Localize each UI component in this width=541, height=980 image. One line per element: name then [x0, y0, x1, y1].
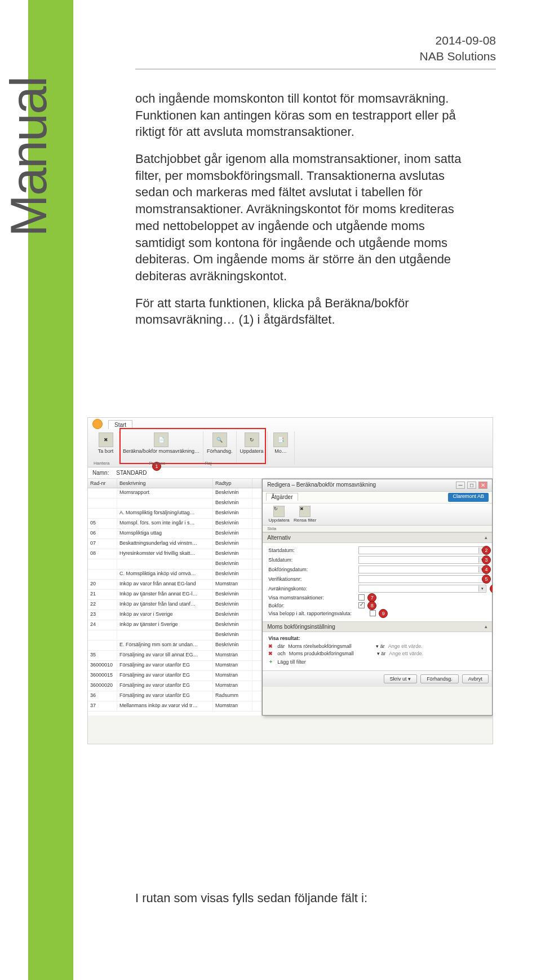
table-row[interactable]: C. Momspliktiga inköp vid omvä…Beskrivni…: [88, 570, 261, 580]
filter-2-value[interactable]: Ange ett värde.: [389, 651, 423, 656]
table-row[interactable]: MomsrapportBeskrivnin: [88, 488, 261, 498]
section-moms[interactable]: Moms bokföringsinställning: [263, 621, 492, 632]
lbl-slutdatum: Slutdatum:: [268, 557, 358, 563]
table-row[interactable]: 36000015Försäljning av varor utanför EGM…: [88, 671, 261, 681]
body-text: och ingående momskonton till kontot för …: [135, 90, 462, 338]
left-grid: Rad-nr Beskrivning Radtyp MomsrapportBes…: [88, 479, 262, 716]
dialog-footer: Skriv ut ▾ Förhandsg. Avbryt: [263, 670, 492, 687]
ribbon-group-raj: Raj: [205, 461, 211, 466]
clear-filter-icon: ✖: [299, 506, 311, 517]
input-bokforingsdatum[interactable]: ▾: [358, 566, 486, 573]
table-row[interactable]: 20Inköp av varor från annat EG-landMomst…: [88, 580, 261, 590]
dialog-tab[interactable]: Åtgärder: [266, 493, 298, 501]
callout-4: 4: [482, 565, 491, 574]
main-grid-area: Rad-nr Beskrivning Radtyp MomsrapportBes…: [88, 479, 493, 716]
input-slutdatum[interactable]: ▾: [358, 556, 486, 564]
grid-header: Rad-nr Beskrivning Radtyp: [88, 479, 261, 488]
table-row[interactable]: 08Hyresinkomster vid frivillig skatt…Bes…: [88, 549, 261, 559]
btn-skriv-ut[interactable]: Skriv ut ▾: [384, 674, 418, 683]
callout-6: 6: [490, 584, 493, 593]
company-badge: Claremont AB: [448, 493, 489, 502]
check-bokfor[interactable]: [358, 602, 365, 608]
table-row[interactable]: 37Mellanmans inköp av varor vid tr…Momst…: [88, 701, 261, 712]
lbl-visa-momstrans: Visa momstransaktioner:: [268, 595, 358, 601]
lbl-bokfor: Bokför:: [268, 603, 358, 608]
section-alternativ[interactable]: Alternativ: [263, 532, 492, 543]
header-date: 2014-09-08: [420, 34, 496, 47]
table-row[interactable]: 22Inköp av tjänster från land utanf…Besk…: [88, 600, 261, 610]
check-visa-belopp[interactable]: [370, 610, 376, 616]
col-typ[interactable]: Radtyp: [213, 479, 252, 488]
btn-avbryt[interactable]: Avbryt: [462, 674, 489, 683]
dialog-ribbon: ↻ Uppdatera ✖ Rensa filter: [263, 504, 492, 526]
table-row[interactable]: Beskrivnin: [88, 559, 261, 570]
col-rad[interactable]: Rad-nr: [88, 479, 117, 488]
section-alternativ-body: Startdatum:▾2 Slutdatum:▾3 Bokföringsdat…: [263, 543, 492, 621]
lbl-bokforingsdatum: Bokföringsdatum:: [268, 567, 358, 572]
table-row[interactable]: 06Momspliktiga uttagBeskrivnin: [88, 529, 261, 539]
header-company: NAB Solutions: [420, 50, 496, 63]
ribbon: Start ✖ Ta bort 📄 Beräkna/bokför momsavr…: [88, 418, 493, 467]
dialog-btn-rensa[interactable]: ✖ Rensa filter: [293, 506, 317, 523]
ribbon-btn-mom[interactable]: 📑 Mo…: [268, 431, 295, 464]
manual-label: Manual: [0, 77, 58, 237]
lbl-startdatum: Startdatum:: [268, 548, 358, 553]
table-row[interactable]: 07Beskattningsunderlag vid vinstm…Beskri…: [88, 539, 261, 549]
table-row[interactable]: Beskrivnin: [88, 498, 261, 509]
dialog-title-bar: Redigera – Beräkna/bokför momsavräkning …: [263, 479, 492, 492]
col-besk[interactable]: Beskrivning: [117, 479, 213, 488]
visa-resultat-label: Visa resultat:: [268, 635, 486, 641]
callout-9: 9: [379, 609, 388, 618]
table-row[interactable]: Beskrivnin: [88, 630, 261, 641]
dialog-berakna: Redigera – Beräkna/bokför momsavräkning …: [262, 479, 493, 716]
table-row[interactable]: 35Försäljning av varor till annat EG…Mom…: [88, 651, 261, 661]
table-row[interactable]: 05Momspl. förs. som inte ingår i s…Beskr…: [88, 519, 261, 529]
filter-2-name[interactable]: Moms produktbokföringsmall: [289, 651, 374, 656]
filter-1-name[interactable]: Moms rörelsebokföringsmall: [288, 643, 373, 649]
minimize-icon[interactable]: ─: [456, 482, 465, 489]
remove-filter-icon[interactable]: ✖: [268, 643, 274, 649]
name-label: Namn:: [92, 470, 109, 476]
bottom-text: I rutan som visas fylls sedan följande f…: [135, 891, 462, 906]
page-header: 2014-09-08 NAB Solutions: [420, 34, 496, 63]
header-rule: [135, 69, 496, 69]
paragraph-1: och ingående momskonton till kontot för …: [135, 90, 462, 140]
callout-3: 3: [482, 555, 491, 564]
ribbon-group-hantera: Hantera: [94, 461, 109, 466]
section-moms-body: Visa resultat: ✖ där Moms rörelsebokföri…: [263, 632, 492, 670]
add-filter-icon: ＋: [268, 658, 274, 665]
name-value: STANDARD: [116, 470, 147, 476]
callout-8: 8: [367, 601, 376, 610]
remove-filter-icon[interactable]: ✖: [268, 651, 274, 656]
table-row[interactable]: 21Inköp av tjänster från annat EG-l…Besk…: [88, 590, 261, 600]
maximize-icon[interactable]: □: [467, 482, 476, 489]
lbl-verifikationsnr: Verifikationsnr:: [268, 576, 358, 582]
lbl-avrakningskonto: Avräkningskonto:: [268, 586, 358, 591]
delete-icon: ✖: [99, 432, 113, 447]
add-filter-row[interactable]: ＋ Lägg till filter: [268, 658, 486, 665]
btn-forhandsg[interactable]: Förhandsg.: [420, 674, 459, 683]
highlight-1: [119, 428, 266, 464]
paragraph-2: Batchjobbet går igenom alla momstransakt…: [135, 151, 462, 285]
ribbon-btn-ta-bort[interactable]: ✖ Ta bort: [92, 431, 119, 464]
check-visa-momstrans[interactable]: [358, 594, 365, 601]
chevron-down-icon[interactable]: ▾: [478, 586, 485, 591]
table-row[interactable]: A. Momspliktig försäljning/uttag…Beskriv…: [88, 509, 261, 519]
filter-row-1: ✖ där Moms rörelsebokföringsmall ▾ är An…: [268, 643, 486, 649]
input-verifikationsnr[interactable]: [358, 575, 486, 583]
input-startdatum[interactable]: ▾: [358, 546, 486, 554]
table-row[interactable]: 36Försäljning av varor utanför EGRadsumm: [88, 691, 261, 701]
app-menu-icon[interactable]: [92, 419, 103, 429]
table-row[interactable]: 36000020Försäljning av varor utanför EGM…: [88, 681, 261, 691]
table-row[interactable]: 24Inköp av tjänster i SverigeBeskrivnin: [88, 620, 261, 630]
table-row[interactable]: 23Inköp av varor i SverigeBeskrivnin: [88, 610, 261, 620]
callout-5: 5: [482, 575, 491, 584]
paragraph-3: För att starta funktionen, klicka på Ber…: [135, 295, 462, 328]
ribbon-group-process: Process: [149, 461, 165, 466]
input-avrakningskonto[interactable]: ▾: [358, 585, 486, 593]
filter-1-value[interactable]: Ange ett värde.: [388, 643, 423, 649]
dialog-btn-uppdatera[interactable]: ↻ Uppdatera: [267, 506, 291, 523]
table-row[interactable]: E. Försäljning mm som är undan…Beskrivni…: [88, 641, 261, 651]
table-row[interactable]: 36000010Försäljning av varor utanför EGM…: [88, 661, 261, 671]
close-icon[interactable]: ✕: [478, 482, 487, 489]
